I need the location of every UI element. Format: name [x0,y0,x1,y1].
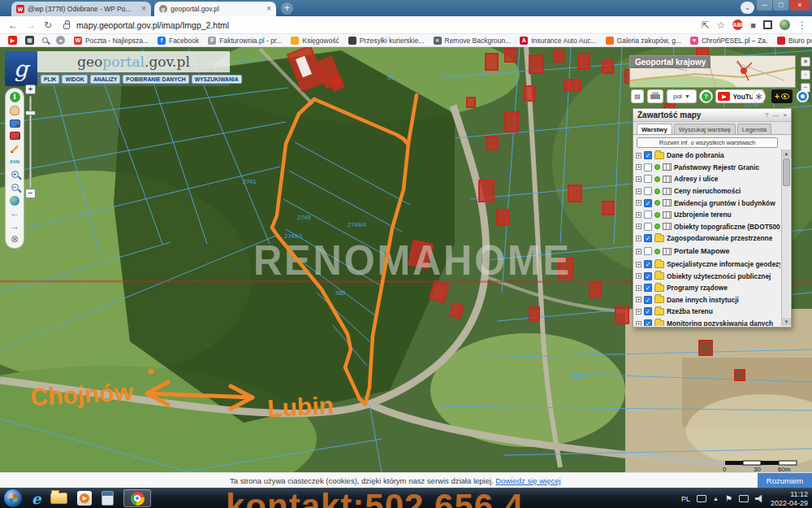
expand-icon[interactable]: + [636,321,641,326]
globe-icon[interactable]: ● [56,36,65,45]
bookmark-star-icon[interactable]: ☆ [717,20,726,31]
tab-wyszukaj-warstwe[interactable]: Wyszukaj warstwę [674,124,736,134]
url-text[interactable]: mapy.geoportal.gov.pl/imap/Imgp_2.html [76,20,229,30]
expand-icon[interactable]: + [636,249,641,254]
panel-header[interactable]: Zawartość mapy ? — × [633,109,791,122]
accessibility-button[interactable] [797,90,809,102]
youtube-icon[interactable]: ▶ [8,36,17,45]
full-extent-icon[interactable] [9,195,20,206]
layer-item[interactable]: +✓Monitoring pozyskiwania danych [636,318,780,326]
expand-icon[interactable]: + [636,212,641,218]
layer-checkbox[interactable]: ✓ [644,272,652,280]
bookmark-item[interactable]: FFakturownia.pl - pr... [208,37,282,45]
layer-item[interactable]: +✓Zagospodarowanie przestrzenne [636,232,780,245]
search-icon[interactable] [42,37,48,43]
tab-wp-mail[interactable]: W @wp (3778) Odebrane - WP Po... × [11,2,151,16]
zoom-slider-minus[interactable]: − [25,189,36,198]
scroll-down-icon[interactable]: ▼ [782,318,791,326]
expand-icon[interactable]: + [636,297,641,302]
print-icon[interactable] [647,89,663,103]
layer-checkbox[interactable]: ✓ [644,151,652,159]
layer-item[interactable]: +Uzbrojenie terenu [636,209,780,221]
tab-geoportal[interactable]: g geoportal.gov.pl × [154,2,276,16]
shop-icon[interactable]: ▦ [25,36,34,45]
layer-item[interactable]: +✓Dane do pobrania [636,150,780,162]
volume-icon[interactable] [755,495,764,503]
contrast-toggle[interactable]: + [771,89,793,103]
adblock-extension-icon[interactable]: ABP [732,20,743,30]
layer-checkbox[interactable]: ✓ [644,199,652,207]
bookmark-item[interactable]: fFacebook [158,37,199,45]
expand-icon[interactable]: + [636,224,641,229]
cookie-accept-button[interactable]: Rozumiem [758,473,812,488]
extension-square-icon[interactable] [763,20,772,29]
menu-wyszukiwania[interactable]: WYSZUKIWANIA [192,75,242,84]
scroll-up-icon[interactable]: ▲ [782,150,791,158]
expand-icon[interactable]: + [636,153,641,158]
layer-checkbox[interactable] [644,211,652,219]
minimize-button[interactable]: ─ [757,0,772,11]
start-button[interactable] [4,489,22,507]
bookmark-item[interactable]: Biuro podróży ITAK... [777,37,812,45]
panel-help-icon[interactable]: ? [765,111,768,119]
layer-checkbox[interactable]: ✓ [644,307,652,315]
layer-item[interactable]: +Portale Mapowe [636,245,780,258]
zoom-slider-plus[interactable]: + [25,85,36,94]
menu-pobieranie-danych[interactable]: POBIERANIE DANYCH [123,75,188,84]
bookmark-item[interactable]: WPoczta - Najlepsza... [74,37,149,45]
zoom-out-icon[interactable]: − [9,182,20,193]
layer-checkbox[interactable]: ✓ [644,234,652,242]
cookie-link[interactable]: Dowiedz się więcej [495,476,560,485]
window-tool-icon[interactable]: ▤ [631,89,644,103]
layer-checkbox[interactable] [644,223,652,231]
zoom-slider-handle[interactable] [25,111,36,115]
select-area-icon[interactable] [9,118,20,129]
scroll-thumb[interactable] [783,158,790,186]
back-icon[interactable]: ← [8,20,18,31]
layer-checkbox[interactable] [644,163,652,172]
layer-item[interactable]: +Adresy i ulice [636,173,780,185]
layer-checkbox[interactable]: ✓ [644,260,652,268]
expand-icon[interactable]: + [636,200,641,206]
expand-icon[interactable]: + [636,262,641,267]
tab-legenda[interactable]: Legenda [737,124,771,134]
layer-checkbox[interactable] [644,187,652,195]
language-select[interactable]: pol ▼ [667,89,697,103]
bookmark-item[interactable]: Przesyłki kurierskie... [348,37,425,45]
clear-selection-icon[interactable] [9,130,20,141]
share-icon[interactable]: ⇱ [702,20,710,31]
layer-item[interactable]: +Państwowy Rejestr Granic [636,162,780,174]
draw-measure-icon[interactable] [9,143,20,154]
overview-map[interactable]: Geoportal krajowy [629,55,796,88]
bookmark-item[interactable]: ♥ChrońPESEL.pl – Za... [690,37,768,45]
settings-gear-icon[interactable]: ∗ [801,57,810,67]
tab-close-icon[interactable]: × [266,5,271,13]
zoom-in-icon[interactable]: + [9,169,20,180]
reload-icon[interactable]: ↻ [44,20,52,31]
new-tab-button[interactable]: + [281,2,293,15]
forward-icon[interactable]: → [26,20,36,31]
bookmark-item[interactable]: Galeria zakupów, g... [606,37,681,45]
layer-checkbox[interactable]: ✓ [644,284,652,292]
hidden-icons-arrow[interactable]: ▲ [713,496,719,501]
layer-checkbox[interactable]: ✓ [644,319,652,326]
panel-close-icon[interactable]: × [783,111,787,119]
action-center-flag-icon[interactable]: ⚑ [725,494,732,503]
keyboard-icon[interactable] [697,495,706,502]
layer-item[interactable]: +✓Rzeźba terenu [636,306,780,318]
layer-item[interactable]: +Ceny nieruchomości [636,185,780,198]
layer-item[interactable]: +✓Ewidencja gruntów i budynków [636,197,780,209]
next-view-icon[interactable]: → [9,220,20,232]
bookmark-item[interactable]: AInsurance Auto Auc... [520,37,596,45]
chrome-taskbar-button[interactable] [123,489,151,507]
panel-minimize-icon[interactable]: — [772,111,779,119]
menu-analizy[interactable]: ANALIZY [90,75,120,84]
layer-item[interactable]: +✓Obiekty użyteczności publicznej [636,270,780,282]
layer-item[interactable]: +Obiekty topograficzne (BDOT500) [636,221,780,233]
window-chevron-button[interactable]: ⌄ [741,2,754,14]
previous-view-icon[interactable]: ← [9,207,20,219]
expand-icon[interactable]: + [636,273,641,279]
extensions-puzzle-icon[interactable]: ■ [750,20,756,30]
file-explorer-icon[interactable] [50,493,67,504]
expand-icon[interactable]: + [636,236,641,241]
